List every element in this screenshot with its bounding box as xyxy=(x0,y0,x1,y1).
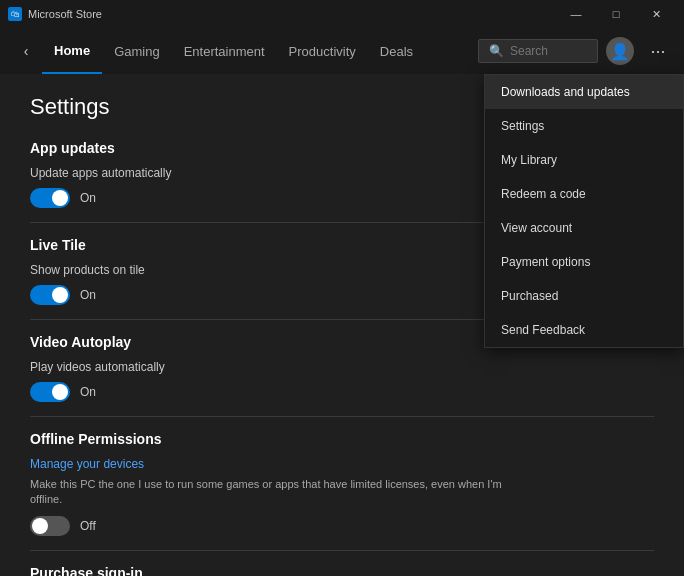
offline-info-text: Make this PC the one I use to run some g… xyxy=(30,477,510,508)
toggle-row-offline: Off xyxy=(30,516,654,536)
dropdown-item-view-account[interactable]: View account xyxy=(485,211,683,245)
navbar: ‹ Home Gaming Entertainment Productivity… xyxy=(0,28,684,74)
toggle-update-apps[interactable] xyxy=(30,188,70,208)
app-title: Microsoft Store xyxy=(28,8,102,20)
minimize-button[interactable]: — xyxy=(556,0,596,28)
app-icon: 🛍 xyxy=(8,7,22,21)
search-input[interactable] xyxy=(510,44,590,58)
titlebar: 🛍 Microsoft Store — □ ✕ xyxy=(0,0,684,28)
divider-4 xyxy=(30,550,654,551)
maximize-button[interactable]: □ xyxy=(596,0,636,28)
back-icon: ‹ xyxy=(24,43,29,59)
toggle-offline[interactable] xyxy=(30,516,70,536)
dropdown-item-purchased[interactable]: Purchased xyxy=(485,279,683,313)
toggle-text-live-tile: On xyxy=(80,288,96,302)
section-title-offline: Offline Permissions xyxy=(30,431,654,447)
dropdown-item-my-library[interactable]: My Library xyxy=(485,143,683,177)
divider-3 xyxy=(30,416,654,417)
manage-devices-link[interactable]: Manage your devices xyxy=(30,457,654,471)
back-button[interactable]: ‹ xyxy=(10,35,42,67)
dropdown-item-settings[interactable]: Settings xyxy=(485,109,683,143)
main-area: Settings App updates Update apps automat… xyxy=(0,74,684,576)
nav-home[interactable]: Home xyxy=(42,28,102,74)
nav-entertainment[interactable]: Entertainment xyxy=(172,28,277,74)
titlebar-controls: — □ ✕ xyxy=(556,0,676,28)
nav-right: 🔍 👤 ··· xyxy=(478,35,674,67)
dropdown-item-downloads-updates[interactable]: Downloads and updates xyxy=(485,75,683,109)
toggle-row-video-autoplay: On xyxy=(30,382,654,402)
nav-productivity[interactable]: Productivity xyxy=(277,28,368,74)
nav-gaming[interactable]: Gaming xyxy=(102,28,172,74)
toggle-video-autoplay[interactable] xyxy=(30,382,70,402)
nav-deals[interactable]: Deals xyxy=(368,28,425,74)
dropdown-item-payment-options[interactable]: Payment options xyxy=(485,245,683,279)
toggle-live-tile[interactable] xyxy=(30,285,70,305)
search-box[interactable]: 🔍 xyxy=(478,39,598,63)
dropdown-item-redeem-code[interactable]: Redeem a code xyxy=(485,177,683,211)
more-button[interactable]: ··· xyxy=(642,35,674,67)
label-play-videos: Play videos automatically xyxy=(30,360,654,374)
toggle-text-video-autoplay: On xyxy=(80,385,96,399)
toggle-text-offline: Off xyxy=(80,519,96,533)
dropdown-menu: Downloads and updates Settings My Librar… xyxy=(484,74,684,348)
avatar[interactable]: 👤 xyxy=(606,37,634,65)
section-offline-permissions: Offline Permissions Manage your devices … xyxy=(30,431,654,536)
toggle-text-update-apps: On xyxy=(80,191,96,205)
section-title-purchase-signin: Purchase sign-in xyxy=(30,565,654,576)
search-icon: 🔍 xyxy=(489,44,504,58)
more-icon: ··· xyxy=(650,41,665,62)
titlebar-left: 🛍 Microsoft Store xyxy=(8,7,102,21)
section-purchase-signin: Purchase sign-in I want to buy without a… xyxy=(30,565,654,576)
dropdown-item-send-feedback[interactable]: Send Feedback xyxy=(485,313,683,347)
close-button[interactable]: ✕ xyxy=(636,0,676,28)
